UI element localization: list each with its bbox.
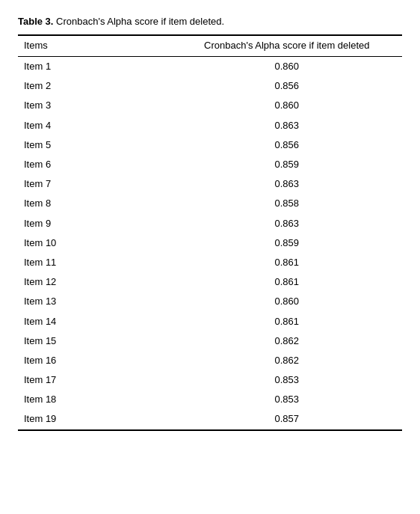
col-header-alpha: Cronbach's Alpha score if item deleted (172, 35, 402, 56)
table-row: Item 130.860 (18, 292, 402, 311)
cell-alpha: 0.863 (172, 116, 402, 135)
cell-item: Item 6 (18, 155, 172, 174)
table-row: Item 50.856 (18, 135, 402, 155)
cell-alpha: 0.853 (172, 370, 402, 390)
cell-item: Item 2 (18, 76, 172, 96)
cell-alpha: 0.860 (172, 57, 402, 77)
cell-item: Item 17 (18, 370, 172, 390)
cell-alpha: 0.857 (172, 409, 402, 429)
cell-item: Item 7 (18, 174, 172, 194)
table-row: Item 180.853 (18, 390, 402, 409)
caption-text: Cronbach's Alpha score if item deleted. (53, 16, 224, 27)
table-row: Item 10.860 (18, 57, 402, 77)
cell-item: Item 11 (18, 253, 172, 272)
cell-alpha: 0.861 (172, 272, 402, 292)
table-header-row: Items Cronbach's Alpha score if item del… (18, 35, 402, 56)
cell-item: Item 5 (18, 135, 172, 155)
table-row: Item 140.861 (18, 312, 402, 331)
cell-alpha: 0.858 (172, 194, 402, 213)
cell-alpha: 0.861 (172, 312, 402, 331)
table-caption: Table 3. Cronbach's Alpha score if item … (18, 15, 402, 28)
cell-item: Item 9 (18, 214, 172, 233)
cell-item: Item 15 (18, 331, 172, 351)
cell-item: Item 14 (18, 312, 172, 331)
table-row: Item 170.853 (18, 370, 402, 390)
cell-alpha: 0.856 (172, 135, 402, 155)
cell-item: Item 3 (18, 96, 172, 115)
cell-item: Item 1 (18, 57, 172, 77)
cell-item: Item 19 (18, 409, 172, 429)
table-row: Item 190.857 (18, 409, 402, 429)
cell-item: Item 13 (18, 292, 172, 311)
cell-alpha: 0.859 (172, 233, 402, 253)
cell-alpha: 0.861 (172, 253, 402, 272)
table-row: Item 40.863 (18, 116, 402, 135)
table-row: Item 70.863 (18, 174, 402, 194)
table-row: Item 80.858 (18, 194, 402, 213)
cell-alpha: 0.853 (172, 390, 402, 409)
cell-alpha: 0.859 (172, 155, 402, 174)
main-table: Items Cronbach's Alpha score if item del… (18, 34, 402, 430)
cell-item: Item 10 (18, 233, 172, 253)
table-row: Item 120.861 (18, 272, 402, 292)
table-row: Item 30.860 (18, 96, 402, 115)
cell-item: Item 16 (18, 351, 172, 370)
table-row: Item 160.862 (18, 351, 402, 370)
table-row: Item 90.863 (18, 214, 402, 233)
cell-item: Item 8 (18, 194, 172, 213)
table-row: Item 150.862 (18, 331, 402, 351)
cell-alpha: 0.863 (172, 214, 402, 233)
cell-alpha: 0.862 (172, 351, 402, 370)
table-row: Item 110.861 (18, 253, 402, 272)
table-row: Item 100.859 (18, 233, 402, 253)
caption-bold: Table 3. (18, 16, 53, 27)
cell-item: Item 12 (18, 272, 172, 292)
cell-alpha: 0.856 (172, 76, 402, 96)
table-row: Item 20.856 (18, 76, 402, 96)
cell-item: Item 4 (18, 116, 172, 135)
cell-alpha: 0.860 (172, 96, 402, 115)
cell-alpha: 0.863 (172, 174, 402, 194)
cell-item: Item 18 (18, 390, 172, 409)
table-row: Item 60.859 (18, 155, 402, 174)
col-header-items: Items (18, 35, 172, 56)
cell-alpha: 0.862 (172, 331, 402, 351)
cell-alpha: 0.860 (172, 292, 402, 311)
